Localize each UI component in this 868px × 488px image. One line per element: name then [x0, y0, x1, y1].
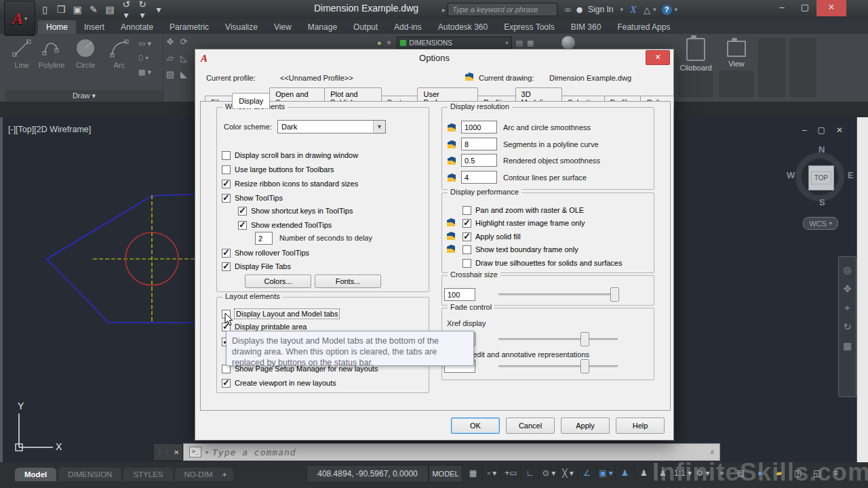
rendered-smoothness-input[interactable]: 0.5	[461, 154, 497, 167]
command-input-bar[interactable]: >_ ▾ Type a command ˄	[183, 443, 720, 461]
command-input-placeholder[interactable]: Type a command	[212, 447, 296, 458]
layer-dropdown[interactable]: DIMENSIONS ▾	[397, 37, 512, 49]
chevron-down-icon[interactable]: ▾	[620, 6, 623, 13]
checkbox[interactable]	[222, 180, 231, 188]
share-icon[interactable]: △	[644, 5, 650, 15]
showmotion-icon[interactable]: ▦	[843, 341, 852, 350]
checkbox[interactable]	[238, 207, 247, 216]
drawing-close-button[interactable]: ✕	[836, 125, 843, 135]
viewport-controls-label[interactable]: [-][Top][2D Wireframe]	[8, 125, 91, 134]
3d-object-snap-icon[interactable]: ▣ ▾	[597, 465, 616, 481]
chevron-down-icon[interactable]: ▾	[653, 6, 656, 13]
close-button[interactable]: ✕	[816, 0, 846, 16]
orbit-icon[interactable]: ↻	[844, 322, 852, 331]
ribbon-tab[interactable]: Visualize	[217, 20, 266, 34]
draw-panel-label[interactable]: Draw ▾	[5, 90, 163, 102]
checkbox[interactable]	[462, 245, 471, 254]
colors-button[interactable]: Colors...	[245, 274, 311, 288]
dialog-title-bar[interactable]: A Options ✕	[195, 49, 673, 67]
open-file-icon[interactable]: ❒	[54, 4, 68, 15]
ribbon-tab[interactable]: BIM 360	[563, 20, 610, 34]
cancel-button[interactable]: Cancel	[506, 418, 555, 434]
checkbox[interactable]	[222, 262, 231, 271]
checkbox[interactable]	[222, 249, 231, 258]
ribbon-tab[interactable]: Annotate	[113, 20, 161, 34]
checkbox[interactable]	[462, 206, 471, 215]
wcs-dropdown[interactable]: WCS ▾	[803, 217, 838, 230]
modify-tool-icon[interactable]: ◣	[177, 69, 191, 85]
apply-button[interactable]: Apply	[561, 418, 610, 434]
save-as-icon[interactable]: ✎	[87, 4, 100, 15]
layer-state-icon[interactable]: ▦	[527, 39, 534, 47]
color-scheme-dropdown[interactable]: Dark ▼	[277, 120, 386, 134]
polyline-tool[interactable]: Polyline	[37, 38, 66, 69]
viewcube-top-face[interactable]: TOP	[808, 165, 834, 190]
annotation-autoscale-icon[interactable]: ♟	[635, 465, 654, 481]
arc-tool[interactable]: Arc	[104, 38, 134, 69]
polar-tracking-icon[interactable]: ⊙ ▾	[540, 465, 559, 481]
redo-icon[interactable]: ↻ ▾	[136, 0, 149, 20]
dialog-tab[interactable]: Display	[232, 93, 270, 108]
maximize-button[interactable]: ▢	[793, 0, 816, 16]
ortho-icon[interactable]: ∟	[521, 465, 540, 481]
checkbox[interactable]	[238, 221, 247, 230]
grid-icon[interactable]: ▦	[464, 465, 483, 481]
fonts-button[interactable]: Fonts...	[315, 274, 381, 288]
seconds-delay-input[interactable]: 2	[255, 232, 273, 245]
inplace-fade-slider[interactable]	[498, 365, 618, 367]
ribbon-tab[interactable]: Output	[345, 20, 386, 34]
viewcube-east[interactable]: E	[848, 170, 854, 180]
ribbon-tab[interactable]: Parametric	[161, 20, 217, 34]
snap-mode-icon[interactable]: ▫ ▾	[483, 465, 502, 481]
layout-tab[interactable]: Model	[15, 468, 56, 481]
checkbox[interactable]	[222, 379, 231, 388]
layer-tools-icon[interactable]: ▤	[516, 39, 523, 47]
draw-extra-icon[interactable]: ⬯ ▾	[138, 54, 161, 62]
modify-tool-icon[interactable]: ⟳	[177, 37, 191, 53]
draw-extra-icon[interactable]: ▭ ▾	[138, 39, 161, 48]
arc-smoothness-input[interactable]: 1000	[461, 121, 497, 134]
crosshair-slider-thumb[interactable]	[610, 287, 619, 302]
materials-sphere-icon[interactable]	[561, 36, 575, 49]
new-file-icon[interactable]: ▯	[38, 4, 52, 15]
navigation-bar[interactable]: ◎✥⌖↻▦	[838, 256, 856, 397]
crosshair-size-input[interactable]: 100	[444, 288, 475, 301]
ribbon-tab[interactable]: Autodesk 360	[430, 20, 496, 34]
ribbon-big-button[interactable]	[789, 38, 816, 98]
undo-icon[interactable]: ↺ ▾	[119, 0, 133, 20]
ribbon-tab[interactable]: Manage	[300, 20, 345, 34]
minimize-button[interactable]: –	[770, 0, 793, 16]
ribbon-tab[interactable]: View	[266, 20, 300, 34]
navigation-wheel-icon[interactable]: ◎	[843, 265, 851, 274]
layout-tab[interactable]: STYLES	[123, 468, 172, 481]
qat-customize-icon[interactable]: ▾	[152, 4, 165, 15]
modify-tool-icon[interactable]: ▤	[163, 69, 177, 85]
modify-tool-icon[interactable]: ✥	[163, 37, 177, 53]
drawing-restore-button[interactable]: ▢	[818, 125, 825, 135]
ribbon-tab[interactable]: Express Tools	[496, 20, 562, 34]
ribbon-tab[interactable]: Add-ins	[386, 20, 430, 34]
xref-fade-slider[interactable]	[498, 338, 618, 340]
command-history-toggle[interactable]: ˄	[710, 449, 714, 456]
zoom-icon[interactable]: ⌖	[845, 303, 850, 312]
help-icon[interactable]: ?	[662, 5, 672, 15]
ribbon-tab[interactable]: Home	[38, 20, 76, 34]
application-menu-button[interactable]: A ▾	[4, 1, 35, 36]
draw-extra-icon[interactable]: ▩ ▾	[138, 68, 161, 77]
chevron-down-icon[interactable]: ▾	[675, 6, 678, 13]
sun-icon[interactable]: ☀	[386, 39, 393, 47]
help-button[interactable]: Help	[616, 418, 665, 434]
contour-lines-input[interactable]: 4	[461, 171, 497, 184]
checkbox[interactable]	[462, 232, 471, 241]
checkbox[interactable]	[462, 219, 471, 228]
inplace-slider-thumb[interactable]	[580, 359, 589, 373]
plot-icon[interactable]: ▤	[103, 4, 117, 15]
drawing-minimize-button[interactable]: –	[802, 125, 807, 135]
search-expand-icon[interactable]: ▸	[442, 6, 446, 14]
model-space-toggle[interactable]: MODEL	[429, 465, 462, 483]
viewcube-west[interactable]: W	[787, 170, 795, 180]
exchange-apps-icon[interactable]: X	[630, 4, 637, 16]
command-line-grip[interactable]: ⋮⋮ ✕ ⚙	[153, 443, 183, 461]
ribbon-big-button[interactable]	[758, 38, 785, 98]
checkbox[interactable]	[222, 151, 231, 160]
